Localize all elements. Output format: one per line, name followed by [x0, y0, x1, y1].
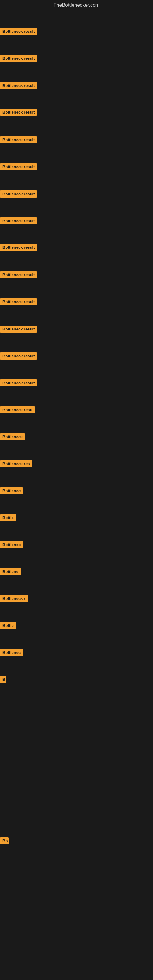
bottleneck-badge[interactable]: Bottlenec [0, 541, 23, 548]
bottleneck-result-item: Bottleneck result [0, 326, 37, 334]
bottleneck-result-item: Bottleneck result [0, 136, 37, 145]
bottleneck-result-item: Bottle [0, 514, 16, 522]
bottleneck-result-item: Bottleneck result [0, 218, 37, 226]
bottleneck-result-item: Bottlenec [0, 487, 23, 495]
bottleneck-badge[interactable]: Bottlenec [0, 487, 23, 494]
bottleneck-result-item: Bottleneck result [0, 244, 37, 252]
bottleneck-badge[interactable]: Bottleneck result [0, 379, 37, 387]
bottleneck-result-item: Bottleneck r [0, 595, 28, 603]
bottleneck-badge[interactable]: Bottlene [0, 568, 21, 575]
bottleneck-badge[interactable]: Bottleneck result [0, 298, 37, 305]
bottleneck-result-item: Bottlene [0, 568, 21, 576]
bottleneck-badge[interactable]: Bottleneck result [0, 218, 37, 224]
bottleneck-result-item: B [0, 676, 6, 684]
bottleneck-badge[interactable]: Bottleneck result [0, 271, 37, 278]
bottleneck-result-item: Bottleneck result [0, 28, 37, 36]
bottleneck-badge[interactable]: Bottleneck res [0, 460, 32, 467]
bottleneck-result-item: Bottleneck resu [0, 406, 35, 415]
bottleneck-badge[interactable]: Bo [0, 837, 9, 844]
bottleneck-result-item: Bottleneck result [0, 163, 37, 172]
bottleneck-badge[interactable]: Bottleneck result [0, 55, 37, 62]
bottleneck-badge[interactable]: Bottleneck result [0, 353, 37, 360]
bottleneck-badge[interactable]: Bottleneck result [0, 136, 37, 143]
bottleneck-result-item: Bottleneck result [0, 353, 37, 361]
bottleneck-result-item: Bottleneck result [0, 191, 37, 199]
bottleneck-badge[interactable]: Bottleneck result [0, 326, 37, 332]
bottleneck-badge[interactable]: Bottle [0, 514, 16, 521]
bottleneck-badge[interactable]: Bottle [0, 622, 16, 629]
bottleneck-badge[interactable]: Bottleneck result [0, 82, 37, 89]
bottleneck-badge[interactable]: Bottleneck r [0, 595, 28, 602]
bottleneck-result-item: Bottleneck result [0, 82, 37, 90]
bottleneck-result-item: Bottleneck result [0, 55, 37, 63]
bottleneck-result-item: Bottleneck [0, 433, 25, 442]
bottleneck-result-item: Bottlenec [0, 649, 23, 657]
bottleneck-badge[interactable]: Bottleneck result [0, 244, 37, 251]
bottleneck-result-item: Bottle [0, 622, 16, 630]
bottleneck-badge[interactable]: Bottleneck result [0, 28, 37, 35]
bottleneck-badge[interactable]: Bottlenec [0, 649, 23, 656]
bottleneck-result-item: Bo [0, 837, 9, 846]
bottleneck-badge[interactable]: Bottleneck resu [0, 406, 35, 414]
bottleneck-badge[interactable]: Bottleneck result [0, 109, 37, 116]
bottleneck-badge[interactable]: B [0, 676, 6, 683]
bottleneck-result-item: Bottleneck result [0, 271, 37, 280]
bottleneck-result-item: Bottleneck result [0, 379, 37, 388]
bottleneck-result-item: Bottleneck result [0, 109, 37, 117]
bottleneck-badge[interactable]: Bottleneck result [0, 191, 37, 197]
bottleneck-badge[interactable]: Bottleneck [0, 433, 25, 441]
bottleneck-result-item: Bottleneck res [0, 460, 32, 469]
site-title: TheBottlenecker.com [0, 0, 153, 10]
bottleneck-result-item: Bottleneck result [0, 298, 37, 307]
bottleneck-result-item: Bottlenec [0, 541, 23, 549]
bottleneck-badge[interactable]: Bottleneck result [0, 163, 37, 170]
